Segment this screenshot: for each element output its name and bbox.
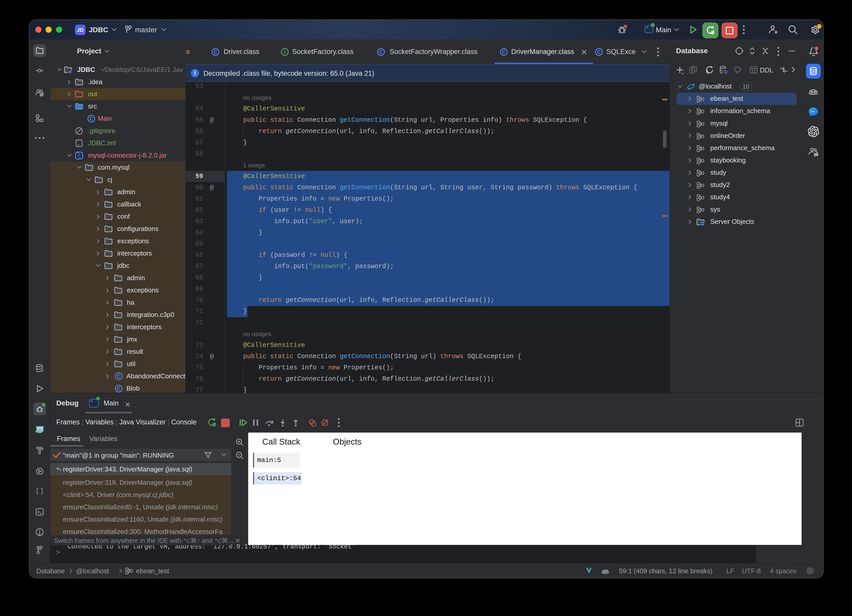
svg-text:C: C xyxy=(89,116,93,122)
svg-text:I: I xyxy=(284,49,286,55)
svg-text:?: ? xyxy=(41,93,42,96)
